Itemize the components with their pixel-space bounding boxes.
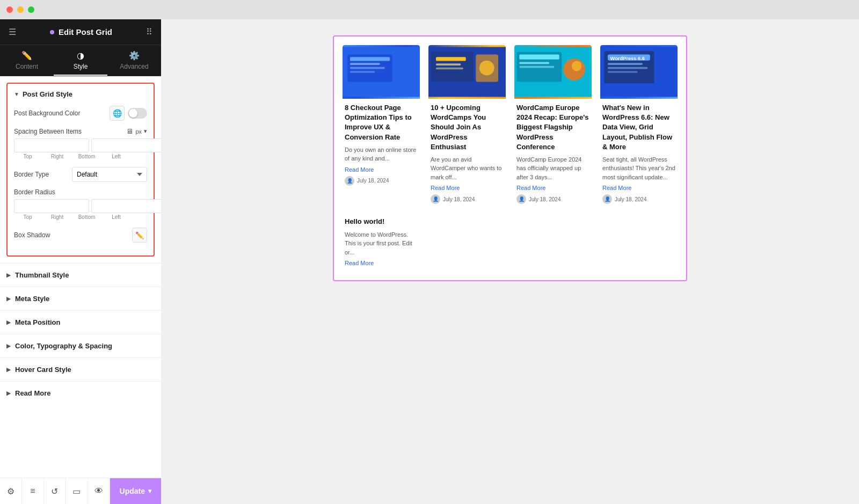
spacing-row: Spacing Between Items 🖥 px ▾ 🔗 [14, 127, 147, 159]
content-tab-icon: ✏️ [21, 50, 32, 61]
read-more-1[interactable]: Read More [345, 166, 418, 173]
globe-icon[interactable]: 🌐 [110, 106, 125, 121]
svg-rect-25 [608, 67, 647, 69]
post-card-5[interactable]: Hello world! Welcome to WordPress. This … [343, 215, 420, 272]
post-date-1: July 18, 2024 [357, 178, 389, 184]
meta-style-label: Meta Style [15, 295, 49, 303]
eye-icon[interactable]: 👁 [88, 478, 110, 504]
settings-icon[interactable]: ⚙ [0, 478, 22, 504]
responsive-icon[interactable]: ▭ [66, 478, 88, 504]
read-more-3[interactable]: Read More [516, 185, 589, 191]
monitor-icon: 🖥 [126, 127, 133, 135]
post-card-body-5: Hello world! Welcome to WordPress. This … [343, 215, 420, 272]
update-button[interactable]: Update ▾ [110, 478, 161, 504]
spacing-sublabels: Top Right Bottom Left [14, 154, 147, 159]
avatar-4: 👤 [602, 194, 612, 204]
meta-position-section[interactable]: ▶ Meta Position [0, 310, 161, 334]
sidebar-header: ☰ Edit Post Grid ⠿ [0, 19, 161, 45]
advanced-tab-icon: ⚙️ [129, 50, 140, 61]
post-grid-row2: Hello world! Welcome to WordPress. This … [343, 215, 678, 272]
color-typography-label: Color, Typography & Spacing [15, 342, 112, 350]
read-more-4[interactable]: Read More [602, 185, 675, 191]
minimize-button[interactable] [17, 6, 24, 13]
app-body: ☰ Edit Post Grid ⠿ ✏️ Content ◑ Style ⚙️… [0, 19, 859, 504]
style-tab-icon: ◑ [77, 50, 84, 61]
post-title-3: WordCamp Europe 2024 Recap: Europe's Big… [516, 103, 589, 152]
border-radius-label: Border Radius [14, 188, 55, 196]
post-bg-color-toggle[interactable] [128, 108, 147, 119]
border-type-row: Border Type Default Solid Dashed Dotted … [14, 167, 147, 182]
post-date-3: July 18, 2024 [529, 196, 561, 202]
post-excerpt-3: WordCamp Europe 2024 has officially wrap… [516, 155, 589, 182]
post-meta-4: 👤 July 18, 2024 [602, 194, 675, 204]
left-sublabel: Left [103, 154, 130, 159]
post-thumb-2 [428, 45, 506, 99]
post-card-body-1: 8 Checkout Page Optimization Tips to Imp… [343, 99, 420, 188]
post-card-body-3: WordCamp Europe 2024 Recap: Europe's Big… [514, 99, 592, 206]
spacing-label-row: Spacing Between Items 🖥 px ▾ [14, 127, 147, 135]
grid-icon[interactable]: ⠿ [146, 27, 152, 37]
post-card-3[interactable]: WordCamp Europe 2024 Recap: Europe's Big… [514, 45, 592, 206]
post-card-2[interactable]: 10 + Upcoming WordCamps You Should Join … [428, 45, 506, 206]
close-button[interactable] [6, 6, 13, 13]
header-dot [50, 30, 54, 34]
hover-card-label: Hover Card Style [15, 366, 71, 374]
tabs-bar: ✏️ Content ◑ Style ⚙️ Advanced [0, 45, 161, 76]
history-icon[interactable]: ↺ [44, 478, 66, 504]
post-thumb-3 [514, 45, 592, 99]
tab-advanced[interactable]: ⚙️ Advanced [107, 45, 161, 76]
post-meta-1: 👤 July 18, 2024 [345, 176, 418, 186]
spacing-unit-selector[interactable]: 🖥 px ▾ [126, 127, 147, 135]
right-sublabel: Right [43, 154, 71, 159]
maximize-button[interactable] [28, 6, 34, 13]
border-radius-right-input[interactable] [91, 199, 161, 213]
color-typography-chevron-icon: ▶ [6, 343, 11, 349]
br-left-sublabel: Left [103, 214, 130, 220]
post-card-body-4: What's New in WordPress 6.6: New Data Vi… [600, 99, 678, 206]
svg-rect-15 [519, 54, 559, 59]
spacing-inputs: 🔗 [14, 138, 147, 152]
tab-style[interactable]: ◑ Style [54, 45, 107, 76]
svg-rect-3 [350, 63, 380, 65]
border-type-label: Border Type [14, 171, 49, 178]
sidebar-content: ▼ Post Grid Style Post Background Color … [0, 76, 161, 478]
unit-chevron-icon: ▾ [144, 128, 147, 135]
hover-card-style-section[interactable]: ▶ Hover Card Style [0, 357, 161, 381]
color-typography-section[interactable]: ▶ Color, Typography & Spacing [0, 334, 161, 357]
spacing-right-input[interactable] [91, 138, 161, 152]
read-more-section-label: Read More [15, 389, 50, 397]
box-shadow-edit-icon[interactable]: ✏️ [132, 228, 147, 243]
avatar-3: 👤 [516, 194, 526, 204]
post-grid-style-title[interactable]: ▼ Post Grid Style [14, 90, 147, 98]
border-radius-top-input[interactable] [14, 199, 89, 213]
svg-rect-26 [608, 71, 638, 73]
spacing-top-input[interactable] [14, 138, 89, 152]
post-card-1[interactable]: 8 Checkout Page Optimization Tips to Imp… [343, 45, 420, 206]
main-content: 8 Checkout Page Optimization Tips to Imp… [161, 19, 859, 504]
bottom-sublabel: Bottom [73, 154, 100, 159]
advanced-tab-label: Advanced [120, 63, 148, 70]
read-more-section[interactable]: ▶ Read More [0, 381, 161, 405]
box-shadow-row: Box Shadow ✏️ [14, 228, 147, 243]
thumbnail-chevron-icon: ▶ [6, 272, 11, 278]
post-grid-style-panel: ▼ Post Grid Style Post Background Color … [6, 83, 155, 257]
thumbnail-style-section[interactable]: ▶ Thumbnail Style [0, 263, 161, 287]
tab-content[interactable]: ✏️ Content [0, 45, 54, 76]
border-type-select[interactable]: Default Solid Dashed Dotted Double None [72, 167, 147, 182]
layers-icon[interactable]: ≡ [22, 478, 44, 504]
hamburger-icon[interactable]: ☰ [9, 27, 16, 37]
meta-style-section[interactable]: ▶ Meta Style [0, 287, 161, 310]
border-radius-sublabels: Top Right Bottom Left [14, 214, 147, 220]
read-more-2[interactable]: Read More [431, 185, 504, 191]
thumb-svg-4: WordPress 6.6 [600, 45, 678, 99]
post-excerpt-4: Seat tight, all WordPress enthusiasts! T… [602, 155, 675, 182]
svg-point-19 [572, 61, 582, 71]
post-card-4[interactable]: WordPress 6.6 What's New in WordPress 6.… [600, 45, 678, 206]
post-grid-style-label: Post Grid Style [23, 90, 72, 98]
box-shadow-label: Box Shadow [14, 231, 50, 239]
meta-position-chevron-icon: ▶ [6, 319, 11, 325]
svg-rect-16 [519, 62, 549, 64]
read-more-5[interactable]: Read More [345, 260, 418, 266]
post-date-2: July 18, 2024 [443, 196, 475, 202]
svg-point-12 [479, 61, 494, 76]
